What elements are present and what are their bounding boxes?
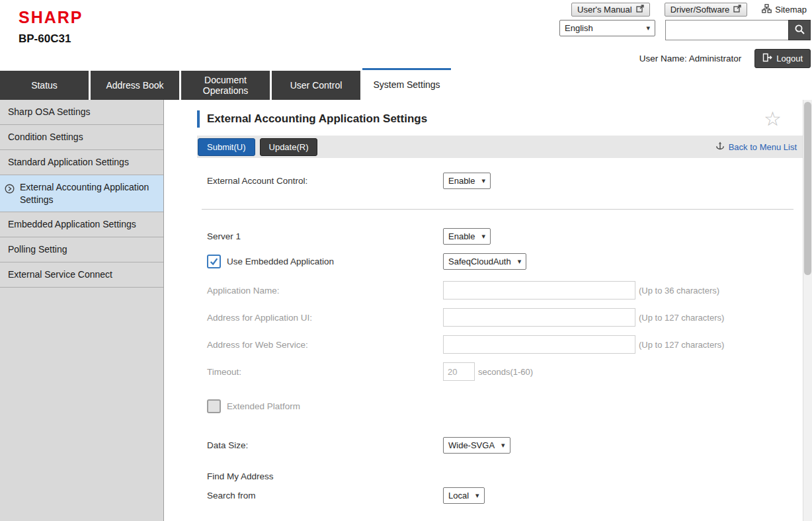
use-embedded-checkbox[interactable] [207, 255, 221, 268]
sidebar-item-sharp-osa-settings[interactable]: Sharp OSA Settings [0, 100, 163, 125]
sidebar-item-polling-setting[interactable]: Polling Setting [0, 237, 163, 262]
find-my-address-label: Find My Address [197, 471, 803, 481]
account-control-label: External Account Control: [207, 176, 443, 186]
back-icon [715, 141, 725, 153]
tab-status[interactable]: Status [0, 71, 89, 100]
chevron-down-icon: ▾ [518, 257, 522, 266]
timeout-input[interactable] [443, 362, 475, 381]
action-toolbar: Submit(U) Update(R) Back to Menu List [197, 136, 803, 158]
device-model: BP-60C31 [19, 32, 83, 46]
tab-system-settings-label: System Settings [373, 79, 440, 90]
server1-value: Enable [448, 231, 475, 241]
server1-select[interactable]: Enable ▾ [443, 228, 491, 245]
users-manual-label: User's Manual [577, 5, 632, 15]
favorite-star-icon[interactable]: ☆ [764, 109, 782, 129]
embedded-app-select[interactable]: SafeqCloudAuth ▾ [443, 253, 526, 270]
title-accent-bar [197, 110, 200, 128]
brand-block: SHARP BP-60C31 [19, 8, 83, 46]
sidebar-item-external-accounting-application-settings[interactable]: External Accounting Application Settings [0, 175, 163, 213]
title-row: External Accounting Application Settings… [197, 109, 793, 129]
search-input[interactable] [665, 20, 788, 40]
chevron-down-icon: ▾ [475, 491, 479, 500]
application-name-input[interactable] [443, 281, 635, 300]
scrollbar-thumb[interactable] [804, 102, 811, 275]
page-title: External Accounting Application Settings [207, 112, 427, 126]
timeout-label: Timeout: [207, 367, 443, 377]
account-control-select[interactable]: Enable ▾ [443, 173, 491, 189]
language-value: English [565, 23, 593, 33]
sidebar-item-label: Polling Setting [8, 244, 67, 255]
form-row-address-web-service: Address for Web Service: (Up to 127 char… [197, 335, 803, 354]
back-to-menu-link[interactable]: Back to Menu List [715, 141, 797, 153]
vertical-scrollbar[interactable] [803, 100, 812, 521]
language-select[interactable]: English ▾ [559, 20, 655, 36]
chevron-down-icon: ▾ [481, 232, 485, 241]
use-embedded-label-group: Use Embedded Application [207, 255, 443, 268]
submit-button[interactable]: Submit(U) [198, 138, 255, 156]
timeout-hint: seconds(1-60) [478, 367, 533, 377]
search-from-value: Local [448, 491, 469, 501]
extended-platform-label: Extended Platform [227, 401, 300, 411]
chevron-down-icon: ▾ [481, 177, 485, 185]
tab-address-book-label: Address Book [106, 80, 163, 91]
tab-address-book[interactable]: Address Book [91, 71, 179, 100]
sidebar-item-label: External Accounting Application Settings [20, 182, 149, 205]
search-from-select[interactable]: Local ▾ [443, 487, 485, 504]
data-size-label: Data Size: [207, 440, 443, 450]
sidebar-item-embedded-application-settings[interactable]: Embedded Application Settings [0, 212, 163, 237]
sidebar: Sharp OSA Settings Condition Settings St… [0, 100, 164, 521]
sidebar-item-condition-settings[interactable]: Condition Settings [0, 125, 163, 150]
sidebar-item-label: Standard Application Settings [8, 157, 129, 167]
sidebar-item-standard-application-settings[interactable]: Standard Application Settings [0, 150, 163, 175]
sidebar-item-label: External Service Connect [8, 269, 112, 280]
user-name-label: User Name: Administrator [639, 54, 742, 63]
tab-user-control[interactable]: User Control [272, 71, 360, 100]
search-group [665, 20, 811, 40]
header-user-row: User Name: Administrator Logout [639, 49, 811, 68]
chevron-down-icon: ▾ [501, 441, 505, 450]
logout-icon [762, 53, 772, 64]
form-row-account-control: External Account Control: Enable ▾ [197, 173, 803, 189]
driver-software-button[interactable]: Driver/Software [665, 3, 748, 17]
address-ui-input[interactable] [443, 308, 635, 327]
external-link-icon [733, 5, 741, 15]
address-ui-label: Address for Application UI: [207, 313, 443, 323]
data-size-select[interactable]: Wide-SVGA ▾ [443, 437, 510, 454]
sidebar-item-external-service-connect[interactable]: External Service Connect [0, 262, 163, 288]
tab-document-operations[interactable]: Document Operations [181, 71, 270, 100]
address-web-service-hint: (Up to 127 characters) [639, 340, 724, 350]
address-ui-hint: (Up to 127 characters) [639, 313, 724, 323]
external-link-icon [636, 5, 644, 15]
tab-status-label: Status [31, 80, 58, 91]
extended-platform-checkbox[interactable] [207, 399, 221, 413]
address-web-service-label: Address for Web Service: [207, 340, 443, 350]
update-button[interactable]: Update(R) [260, 138, 318, 156]
main-tabbar: Status Address Book Document Operations … [0, 68, 812, 100]
form-row-search-from: Search from Local ▾ [197, 487, 803, 504]
driver-software-label: Driver/Software [670, 5, 730, 15]
server1-label: Server 1 [207, 231, 443, 241]
settings-form: External Account Control: Enable ▾ Serve… [197, 158, 803, 504]
use-embedded-label: Use Embedded Application [227, 257, 334, 266]
header-links-row: User's Manual Driver/Software Sitemap [571, 3, 807, 17]
main-content: External Accounting Application Settings… [164, 100, 803, 521]
users-manual-button[interactable]: User's Manual [571, 3, 650, 17]
tab-system-settings[interactable]: System Settings [362, 68, 451, 100]
sitemap-icon [762, 4, 772, 15]
sitemap-link[interactable]: Sitemap [762, 4, 807, 15]
search-from-label: Search from [207, 491, 443, 501]
logout-label: Logout [776, 54, 803, 63]
form-row-use-embedded: Use Embedded Application SafeqCloudAuth … [197, 253, 803, 270]
data-size-value: Wide-SVGA [448, 440, 495, 450]
sidebar-item-label: Embedded Application Settings [8, 219, 136, 229]
extended-platform-group: Extended Platform [207, 399, 443, 413]
logout-button[interactable]: Logout [754, 49, 811, 68]
account-control-value: Enable [448, 176, 475, 186]
form-row-address-ui: Address for Application UI: (Up to 127 c… [197, 308, 803, 327]
embedded-app-value: SafeqCloudAuth [448, 257, 511, 266]
application-name-hint: (Up to 36 characters) [639, 286, 719, 296]
header-search-row: English ▾ [559, 20, 811, 40]
search-button[interactable] [788, 20, 811, 40]
address-web-service-input[interactable] [443, 335, 635, 354]
form-row-application-name: Application Name: (Up to 36 characters) [197, 281, 803, 300]
